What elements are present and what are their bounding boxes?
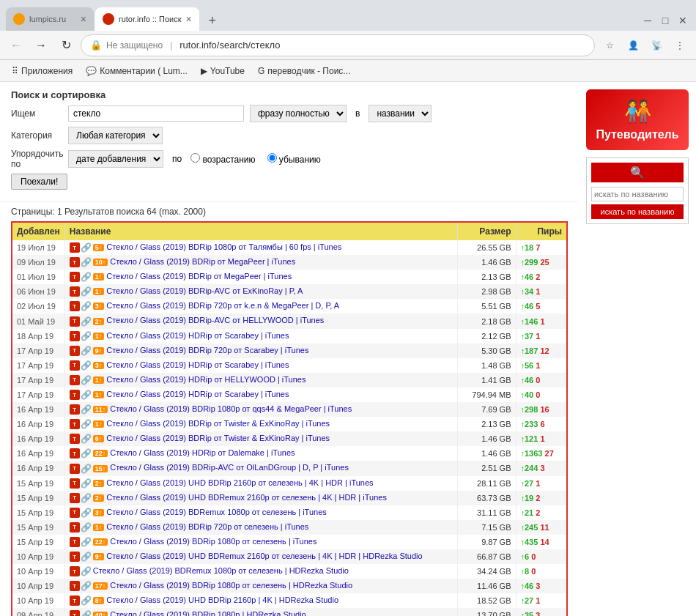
magnet-icon: 🔗 [81,286,92,297]
cell-name: T🔗1↑Стекло / Glass (2019) HDRip от Scara… [64,387,457,402]
torrent-link[interactable]: Стекло / Glass (2019) BDRip-AVC от OlLan… [110,463,349,472]
torrent-link[interactable]: Стекло / Glass (2019) BDRip 720p от k.e.… [106,301,339,310]
tab-close-lumpics[interactable]: × [81,14,86,24]
cell-size: 9.87 GB [457,535,516,549]
torrent-link[interactable]: Стекло / Glass (2019) BDRemux 1080p от с… [106,508,327,516]
torrent-link[interactable]: Стекло / Glass (2019) BDRip 1080p от сел… [110,581,352,590]
asc-radio[interactable] [190,153,200,163]
bookmarks-bar: ⠿ Приложения 💬 Комментарии ( Lum... ▶ Yo… [0,60,696,82]
minimize-button[interactable]: ─ [640,13,655,28]
torrent-icon: T [70,286,80,297]
torrent-link[interactable]: Стекло / Glass (2019) BDRip 1080p от Тал… [106,242,341,251]
bookmark-apps[interactable]: ⠿ Приложения [6,64,78,78]
submit-button[interactable]: Поехали! [11,174,67,190]
torrent-icon: T [70,448,80,459]
widget-search-button[interactable]: искать по названию [591,204,684,219]
torrent-link[interactable]: Стекло / Glass (2019) BDRemux 1080p от с… [93,566,349,575]
torrent-link[interactable]: Стекло / Glass (2019) BDRip 1080p от сел… [110,537,316,546]
col-size: Размер [457,222,516,240]
magnet-icon: 🔗 [81,434,92,444]
magnet-icon: 🔗 [81,566,92,576]
leech-count: 0 [536,390,540,399]
torrent-link[interactable]: Стекло / Glass (2019) UHD BDRemux 2160p … [106,552,422,560]
badge: 2↑ [93,480,105,487]
torrent-link[interactable]: Стекло / Glass (2019) BDRip 720p от селе… [106,522,308,531]
bookmark-youtube-label: YouTube [210,66,245,76]
torrent-link[interactable]: Стекло / Glass (2019) HDRip от Scarabey … [106,390,289,398]
seed-count: ↑299 [521,258,538,267]
torrent-link[interactable]: Стекло / Glass (2019) HDRip от Scarabey … [106,360,289,369]
refresh-button[interactable]: ↻ [56,35,76,56]
cell-name: T🔗9↑Стекло / Glass (2019) BDRip 720p от … [64,344,457,358]
cell-peers: ↑233 6 [516,417,567,431]
cell-date: 02 Июл 19 [12,299,64,313]
settings-button[interactable]: ⋮ [670,35,690,56]
new-tab-button[interactable]: + [202,10,223,31]
bookmark-comments[interactable]: 💬 Комментарии ( Lum... [80,64,193,78]
seed-count: ↑244 [521,464,538,472]
torrent-link[interactable]: Стекло / Glass (2019) BDRip от Twister &… [106,419,330,428]
tab-close-rutor[interactable]: × [186,14,192,24]
leech-count: 11 [540,523,549,532]
table-row: 01 Июл 19T🔗1↑Стекло / Glass (2019) BDRip… [12,270,567,284]
torrent-link[interactable]: Стекло / Glass (2019) UHD BDRemux 2160p … [106,493,387,502]
torrent-link[interactable]: Стекло / Glass (2019) BDRip-AVC от ExKin… [106,286,303,295]
cell-name: T🔗1↑Стекло / Glass (2019) HDRip от Scara… [64,329,457,344]
desc-radio[interactable] [267,153,277,163]
search-widget: 🔍 искать по названию [586,157,689,224]
address-input[interactable] [179,40,585,51]
guide-icon: 🧑‍🤝‍🧑 [592,98,683,124]
cell-peers: ↑8 0 [516,564,567,579]
main-layout: Поиск и сортировка Ищем фразу полностью … [0,82,696,616]
table-row: 19 Июл 19T🔗5↑Стекло / Glass (2019) BDRip… [12,240,567,255]
torrent-link[interactable]: Стекло / Glass (2019) BDRip-AVC от HELLY… [106,316,324,324]
bookmark-translate-label: переводчик - Поис... [267,66,350,76]
close-button[interactable]: ✕ [675,13,690,28]
cell-name: T🔗8↑Стекло / Glass (2019) UHD BDRip 2160… [64,593,457,608]
torrent-link[interactable]: Стекло / Glass (2019) HDRip от Dalemake … [110,448,295,457]
cell-date: 17 Апр 19 [12,358,64,373]
sort-select[interactable]: дате добавления [68,150,163,168]
guide-banner[interactable]: 🧑‍🤝‍🧑 Путеводитель [586,89,689,150]
search-input[interactable] [68,105,244,122]
seed-count: ↑37 [521,332,534,341]
torrent-link[interactable]: Стекло / Glass (2019) BDRip 1080p | HDRe… [110,610,306,616]
torrent-link[interactable]: Стекло / Glass (2019) BDRip 1080p от qqs… [110,404,352,413]
badge: 9↑ [93,347,105,355]
phrase-select[interactable]: фразу полностью [250,105,347,122]
category-select[interactable]: Любая категория [68,127,163,144]
seed-count: ↑233 [521,420,538,428]
bookmark-youtube[interactable]: ▶ YouTube [195,64,251,78]
cell-peers: ↑46 5 [516,299,567,313]
widget-search-input[interactable] [591,187,684,201]
star-button[interactable]: ☆ [599,35,620,56]
cell-peers: ↑435 14 [516,535,567,549]
torrent-link[interactable]: Стекло / Glass (2019) BDRip от MegaPeer … [106,272,292,281]
forward-button[interactable]: → [31,35,51,56]
torrent-link[interactable]: Стекло / Glass (2019) BDRip от Twister &… [106,434,330,442]
table-row: 10 Апр 19T🔗9↑Стекло / Glass (2019) UHD B… [12,549,567,564]
torrent-link[interactable]: Стекло / Glass (2019) BDRip от MegaPeer … [110,257,295,266]
in-select[interactable]: названии [369,105,432,122]
torrent-link[interactable]: Стекло / Glass (2019) UHD BDRip 2160p от… [106,478,373,487]
bookmark-translate[interactable]: G переводчик - Поис... [252,64,356,78]
cell-size: 63.73 GB [457,491,516,505]
cast-button[interactable]: 📡 [646,35,667,56]
address-bar[interactable]: 🔒 Не защищено | [81,34,595,56]
tab-rutor[interactable]: rutor.info :: Поиск × [95,7,199,31]
leech-count: 2 [536,508,540,517]
profile-button[interactable]: 👤 [623,35,643,56]
right-panel: 🧑‍🤝‍🧑 Путеводитель 🔍 искать по названию [579,82,696,616]
cell-size: 11.46 GB [457,579,516,593]
badge: 1↑ [93,376,105,384]
back-button[interactable]: ← [6,35,26,56]
torrent-link[interactable]: Стекло / Glass (2019) UHD BDRip 2160p | … [106,595,338,604]
torrent-link[interactable]: Стекло / Glass (2019) BDRip 720p от Scar… [106,346,308,355]
torrent-link[interactable]: Стекло / Glass (2019) HDRip от Scarabey … [106,331,289,340]
maximize-button[interactable]: □ [658,13,673,28]
search-row-sort: Упорядочить по дате добавления по возрас… [11,149,568,169]
torrent-link[interactable]: Стекло / Glass (2019) HDRip от HELLYWOOD… [106,375,306,384]
cell-date: 16 Апр 19 [12,417,64,431]
table-row: 17 Апр 19T🔗3↑Стекло / Glass (2019) HDRip… [12,358,567,373]
tab-lumpics[interactable]: lumpics.ru × [6,7,94,31]
